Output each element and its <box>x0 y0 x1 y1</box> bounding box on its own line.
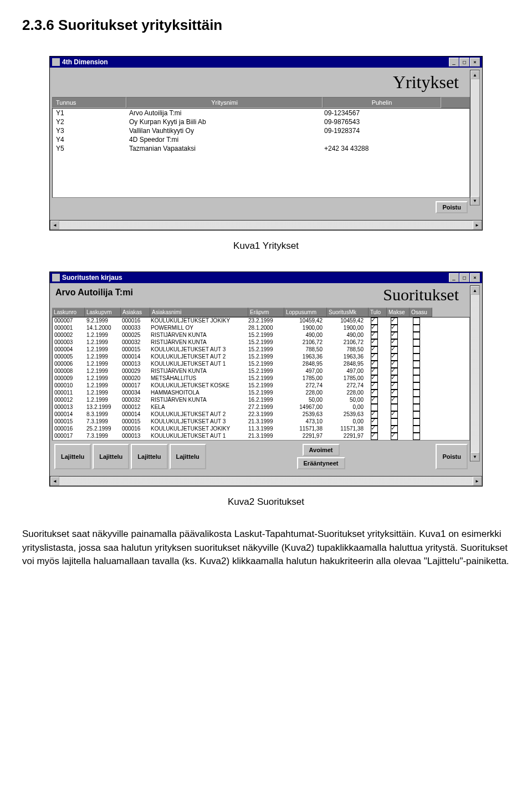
horizontal-scrollbar[interactable]: ◄ ► <box>50 220 482 230</box>
minimize-button[interactable]: _ <box>449 58 459 66</box>
app-icon <box>52 58 60 66</box>
col-laskunro: Laskunro <box>52 308 85 317</box>
close-button[interactable]: × <box>470 58 480 66</box>
scroll-right-icon[interactable]: ► <box>473 221 482 229</box>
company-name: Arvo Autoilija T:mi <box>52 285 133 298</box>
col-makse: Makse <box>387 308 410 317</box>
table-row[interactable]: 0000031.2.1999000032RISTIJÄRVEN KUNTA15.… <box>53 339 469 346</box>
vertical-scrollbar[interactable]: ▲ ▼ <box>470 70 480 206</box>
col-laskupvm: Laskupvm <box>85 308 121 317</box>
col-osasu: Osasu <box>410 308 432 317</box>
col-loppusumm: Loppusumm <box>284 308 327 317</box>
scroll-up-icon[interactable]: ▲ <box>470 70 479 79</box>
titlebar[interactable]: Suoritusten kirjaus _ □ × <box>50 272 482 283</box>
table-row[interactable]: 00000114.1.2000000033POWERMILL OY28.1.20… <box>53 325 469 332</box>
table-row[interactable]: 0000051.2.1999000014KOULUKULJETUKSET AUT… <box>53 354 469 361</box>
figure-caption-1: Kuva1 Yritykset <box>22 240 510 252</box>
scroll-up-icon[interactable]: ▲ <box>470 286 479 295</box>
titlebar[interactable]: 4th Dimension _ □ × <box>50 57 482 68</box>
table-row[interactable]: 0000079.2.1999000016KOULUKULJETUKSET JOK… <box>53 318 469 325</box>
app-icon <box>52 274 60 281</box>
payments-list[interactable]: 0000079.2.1999000016KOULUKULJETUKSET JOK… <box>52 317 470 441</box>
table-row[interactable]: Y5Tazmanian Vapaataksi+242 34 43288 <box>53 144 469 153</box>
horizontal-scrollbar[interactable]: ◄ ► <box>50 476 482 486</box>
col-tunnus: Tunnus <box>52 97 126 108</box>
window-yritykset: 4th Dimension _ □ × Yritykset Tunnus Yri… <box>49 56 483 231</box>
window-suoritukset: Suoritusten kirjaus _ □ × Arvo Autoilija… <box>49 272 483 487</box>
table-row[interactable]: 0000041.2.1999000015KOULUKULJETUKSET AUT… <box>53 346 469 354</box>
poistu-button[interactable]: Poistu <box>436 201 468 213</box>
table-row[interactable]: 0000157.3.1999000015KOULUKULJETUKSET AUT… <box>53 418 469 426</box>
col-asiakasnimi: Asiakasnimi <box>150 308 248 317</box>
section-heading: 2.3.6 Suoritukset yrityksittäin <box>22 17 510 34</box>
lajittelu-button-3[interactable]: Lajittelu <box>131 444 167 469</box>
scroll-left-icon[interactable]: ◄ <box>50 477 59 485</box>
close-button[interactable]: × <box>470 273 480 282</box>
table-row[interactable]: 0000091.2.1999000020METSÄHALLITUS15.2.19… <box>53 375 469 382</box>
minimize-button[interactable]: _ <box>449 273 459 282</box>
scroll-down-icon[interactable]: ▼ <box>470 196 479 205</box>
table-row[interactable]: Y44D Speedor T:mi <box>53 135 469 144</box>
table-row[interactable]: Y1Arvo Autoilija T:mi09-1234567 <box>53 109 469 117</box>
body-paragraph: Suoritukset saat näkyville painamalla pä… <box>22 528 510 569</box>
table-row[interactable]: 00001313.2.1999000012KELA27.2.199914967,… <box>53 404 469 411</box>
company-list[interactable]: Y1Arvo Autoilija T:mi09-1234567Y2Oy Kurp… <box>52 108 470 198</box>
table-row[interactable]: 0000177.3.1999000013KOULUKULJETUKSET AUT… <box>53 433 469 440</box>
scroll-left-icon[interactable]: ◄ <box>50 221 59 229</box>
table-row[interactable]: Y2Oy Kurpan Kyyti ja Biili Ab09-9876543 <box>53 117 469 126</box>
avoimet-button[interactable]: Avoimet <box>303 444 340 456</box>
table-row[interactable]: 0000081.2.1999000029RISTIJÄRVEN KUNTA15.… <box>53 368 469 375</box>
window-title: Suoritusten kirjaus <box>62 274 122 281</box>
table-header-row: Tunnus Yritysnimi Puhelin <box>52 97 470 108</box>
scroll-right-icon[interactable]: ► <box>473 477 482 485</box>
col-erapvm: Eräpvm <box>248 308 284 317</box>
table-row[interactable]: 0000061.2.1999000013KOULUKULJETUKSET AUT… <box>53 361 469 368</box>
table-row[interactable]: Y3Vallilan Vauhtikyyti Oy09-1928374 <box>53 126 469 135</box>
eraantyneet-button[interactable]: Erääntyneet <box>297 457 345 469</box>
col-asiakas: Asiakas <box>121 308 150 317</box>
figure-caption-2: Kuva2 Suoritukset <box>22 496 510 508</box>
window-title: 4th Dimension <box>62 58 108 66</box>
table-row[interactable]: 0000121.2.1999000032RISTIJÄRVEN KUNTA16.… <box>53 397 469 404</box>
table-row[interactable]: 0000101.2.1999000017KOULUKULJETUKSET KOS… <box>53 382 469 390</box>
col-tulo: Tulo <box>369 308 387 317</box>
lajittelu-button-1[interactable]: Lajittelu <box>54 444 91 469</box>
lajittelu-button-4[interactable]: Lajittelu <box>170 444 206 469</box>
maximize-button[interactable]: □ <box>459 273 469 282</box>
poistu-button[interactable]: Poistu <box>436 444 468 469</box>
table-row[interactable]: 00001625.2.1999000016KOULUKULJETUKSET JO… <box>53 426 469 433</box>
table-header-row: Laskunro Laskupvm Asiakas Asiakasnimi Er… <box>52 308 470 317</box>
page-title: Suoritukset <box>383 285 470 308</box>
col-yritysnimi: Yritysnimi <box>126 97 323 108</box>
col-suoritusmk: SuoritusMk <box>327 308 369 317</box>
lajittelu-button-2[interactable]: Lajittelu <box>93 444 129 469</box>
col-puhelin: Puhelin <box>323 97 441 108</box>
scroll-down-icon[interactable]: ▼ <box>470 452 479 461</box>
table-row[interactable]: 0000021.2.1999000025RISTIJÄRVEN KUNTA15.… <box>53 332 469 339</box>
page-title: Yritykset <box>52 70 470 97</box>
table-row[interactable]: 0000148.3.1999000014KOULUKULJETUKSET AUT… <box>53 411 469 418</box>
maximize-button[interactable]: □ <box>459 58 469 66</box>
vertical-scrollbar[interactable]: ▲ ▼ <box>470 285 480 462</box>
table-row[interactable]: 0000111.2.1999000034HAMMASHOITOLA15.2.19… <box>53 390 469 397</box>
